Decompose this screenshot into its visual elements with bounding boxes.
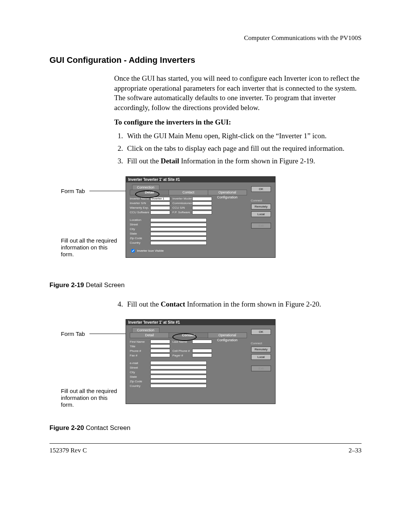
input-title[interactable] — [150, 344, 170, 348]
label-email: e-mail — [130, 361, 150, 365]
steps-list-cont: Fill out the Contact Information in the … — [114, 299, 362, 310]
ok-button-2[interactable]: OK — [251, 329, 271, 335]
step-2: Click on the tabs to display each page a… — [125, 143, 362, 154]
tab-opconf-2[interactable]: Operational Configuration — [208, 333, 247, 338]
label-commissioned: Commissioned — [172, 201, 192, 205]
label-location: Location — [130, 218, 150, 222]
callout-form-tab-2: Form Tab — [61, 331, 85, 337]
callout-form-tab: Form Tab — [61, 188, 85, 194]
input-city[interactable] — [150, 227, 207, 231]
label-ccu-sw: CCU Software — [130, 211, 150, 214]
input-state[interactable] — [150, 232, 207, 236]
label-last-name: Last Name — [172, 340, 192, 343]
label-state-c: State — [130, 375, 150, 379]
input-country[interactable] — [150, 241, 207, 245]
tab-detail[interactable]: Detail — [130, 190, 169, 195]
footer-left: 152379 Rev C — [49, 447, 87, 454]
tab-contact[interactable]: Contact — [169, 190, 208, 195]
label-icon-visible: Inverter Icon Visible — [137, 249, 164, 252]
caption-2-20: Figure 2-20 Contact Screen — [49, 424, 362, 432]
step-3: Fill out the Detail Information in the f… — [125, 155, 362, 166]
label-city: City — [130, 227, 150, 231]
ok-button[interactable]: OK — [251, 186, 271, 192]
input-fp-sw[interactable] — [192, 211, 212, 214]
intro-paragraph: Once the GUI has started, you will need … — [114, 73, 362, 113]
label-country: Country — [130, 241, 150, 244]
tab-connection[interactable]: Connection — [132, 185, 159, 190]
label-fax: Fax # — [130, 354, 150, 357]
label-first-name: First Name — [130, 340, 150, 343]
input-first-name[interactable] — [150, 340, 170, 343]
label-title: Title — [130, 345, 150, 348]
tab-contact-2[interactable]: Contact — [169, 333, 208, 338]
input-warranty[interactable] — [150, 206, 170, 210]
section-title: GUI Configuration - Adding Inverters — [49, 55, 362, 65]
input-zip-c[interactable] — [150, 379, 207, 383]
input-inverter-model[interactable] — [192, 197, 212, 201]
remotely-button[interactable]: Remotely — [251, 204, 271, 209]
chk-icon-visible[interactable] — [131, 249, 135, 252]
input-country-c[interactable] — [150, 384, 207, 388]
figure-2-19: Form Tab Fill out all the required infor… — [49, 176, 362, 289]
tab-detail-2[interactable]: Detail — [130, 333, 169, 338]
caption-2-19: Figure 2-19 Detail Screen — [49, 281, 362, 289]
input-fax[interactable] — [150, 353, 170, 357]
label-pager: Pager # — [172, 354, 192, 357]
input-inverter-name[interactable] — [150, 197, 170, 201]
connect-label-2: Connect — [251, 342, 273, 345]
input-zip[interactable] — [150, 236, 207, 240]
dialog-title: Inverter 'Inverter 1' at Site #1 — [126, 177, 275, 182]
label-street: Street — [130, 223, 150, 226]
label-cell: Cell Phone # — [172, 349, 192, 353]
tab-connection-2[interactable]: Connection — [132, 328, 159, 332]
steps-heading: To configure the inverters in the GUI: — [114, 118, 362, 126]
input-last-name[interactable] — [192, 340, 212, 343]
label-zip: Zip Code — [130, 236, 150, 240]
exit-button[interactable]: Exit — [251, 223, 271, 228]
input-street[interactable] — [150, 223, 207, 227]
input-street-c[interactable] — [150, 366, 207, 369]
dialog-title-2: Inverter 'Inverter 1' at Site #1 — [126, 320, 275, 325]
label-zip-c: Zip Code — [130, 380, 150, 383]
step-4: Fill out the Contact Information in the … — [125, 299, 362, 310]
chapter-header: Computer Communications with the PV100S — [49, 34, 362, 42]
label-ccu-sn: CCU S/N — [172, 206, 192, 209]
steps-list: With the GUI Main Menu open, Right-click… — [114, 130, 362, 167]
label-street-c: Street — [130, 366, 150, 369]
connect-label: Connect — [251, 199, 273, 202]
tab-opconf[interactable]: Operational Configuration — [208, 190, 247, 195]
step-1: With the GUI Main Menu open, Right-click… — [125, 130, 362, 141]
footer-rule — [49, 443, 362, 444]
input-state-c[interactable] — [150, 375, 207, 379]
input-inverter-sn[interactable] — [150, 201, 170, 205]
input-location[interactable] — [150, 218, 207, 222]
figure-2-20: Form Tab Fill out all the required infor… — [49, 319, 362, 432]
input-pager[interactable] — [192, 353, 212, 357]
label-inverter-sn: Inverter S/N — [130, 201, 150, 205]
callout-fill-out-2: Fill out all the required information on… — [61, 388, 117, 408]
footer-right: 2–33 — [349, 447, 362, 454]
label-fp-sw: F.P. Software — [172, 211, 192, 214]
detail-dialog: Inverter 'Inverter 1' at Site #1 Connect… — [126, 176, 276, 258]
label-phone: Phone # — [130, 349, 150, 353]
input-city-c[interactable] — [150, 370, 207, 374]
exit-button-2[interactable]: Exit — [251, 366, 271, 371]
label-state: State — [130, 232, 150, 235]
label-inverter-model: Inverter Model — [172, 197, 192, 200]
local-button-2[interactable]: Local — [251, 354, 271, 360]
label-country-c: Country — [130, 384, 150, 388]
label-warranty: Warranty Exp. — [130, 206, 150, 209]
input-commissioned[interactable] — [192, 201, 212, 205]
remotely-button-2[interactable]: Remotely — [251, 347, 271, 352]
input-phone[interactable] — [150, 349, 170, 353]
label-inverter-name: Inverter Name — [130, 197, 150, 200]
input-email[interactable] — [150, 361, 207, 365]
contact-dialog: Inverter 'Inverter 1' at Site #1 Connect… — [126, 319, 276, 404]
label-city-c: City — [130, 371, 150, 374]
input-cell[interactable] — [192, 349, 212, 353]
local-button[interactable]: Local — [251, 211, 271, 217]
input-ccu-sw[interactable] — [150, 211, 170, 214]
input-ccu-sn[interactable] — [192, 206, 212, 210]
callout-fill-out: Fill out all the required information on… — [61, 237, 117, 257]
